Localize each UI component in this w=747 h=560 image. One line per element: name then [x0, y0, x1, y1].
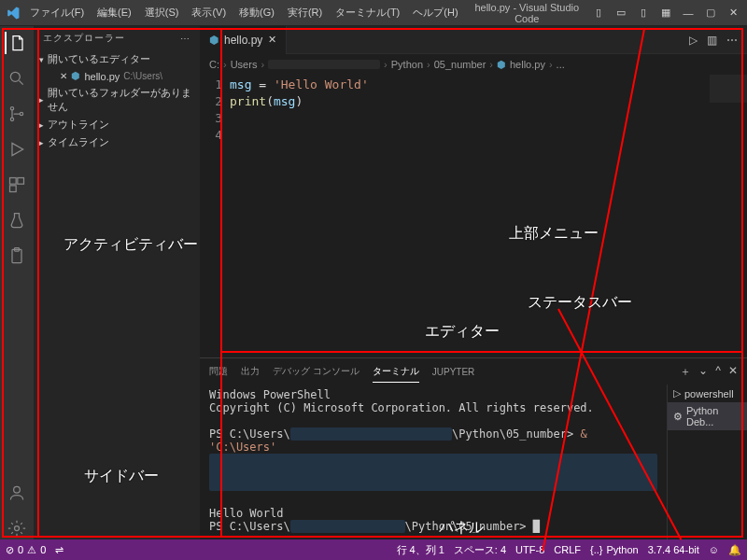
close-tab-icon[interactable]: ✕	[268, 34, 276, 46]
settings-gear-icon[interactable]	[6, 517, 28, 539]
gear-icon: ⚙	[673, 411, 683, 423]
python-file-icon: ⬢	[71, 70, 80, 82]
svg-rect-4	[10, 178, 17, 185]
code-editor[interactable]: 1234 msg = 'Hello World' print(msg)	[200, 75, 747, 357]
close-icon[interactable]: ✕	[60, 71, 67, 81]
status-eol[interactable]: CRLF	[554, 544, 581, 555]
close-panel-icon[interactable]: ✕	[728, 364, 738, 380]
bc-seg[interactable]: Python	[391, 59, 423, 70]
new-terminal-icon[interactable]: ＋	[680, 364, 691, 380]
menu-run[interactable]: 実行(R)	[282, 4, 328, 21]
terminal-item-label: Python Deb...	[686, 405, 741, 427]
maximize-icon[interactable]: ▢	[702, 7, 719, 19]
timeline-section[interactable]: ▸タイムライン	[34, 133, 200, 151]
annotation-divider	[37, 28, 39, 538]
menu-terminal[interactable]: ターミナル(T)	[330, 4, 405, 21]
python-file-icon: ⬢	[497, 59, 506, 71]
annotation-divider	[220, 351, 743, 353]
run-icon[interactable]: ▷	[689, 34, 698, 47]
terminal-item-label: powershell	[684, 388, 734, 399]
tab-hello-py[interactable]: ⬢ hello.py ✕	[200, 26, 287, 54]
menu-view[interactable]: 表示(V)	[186, 4, 232, 21]
panel-tab-debug[interactable]: デバッグ コンソール	[273, 361, 359, 382]
panel-tab-terminal[interactable]: ターミナル	[373, 361, 419, 383]
terminal-item-powershell[interactable]: ▷powershell	[668, 385, 747, 402]
file-path-hint: C:\Users\	[123, 71, 162, 81]
svg-point-0	[11, 72, 21, 81]
layout-panel-left-icon[interactable]: ▯	[590, 7, 607, 19]
status-errors[interactable]: ⊘0 ⚠0	[6, 544, 46, 556]
menu-help[interactable]: ヘルプ(H)	[407, 4, 463, 21]
status-bar: ⊘0 ⚠0 ⇌ 行 4、列 1 スペース: 4 UTF-8 CRLF {..} …	[0, 539, 747, 560]
layout-customize-icon[interactable]: ▦	[657, 7, 674, 19]
status-language[interactable]: {..} Python	[590, 544, 639, 555]
window-title: hello.py - Visual Studio Code	[468, 2, 586, 24]
code-lines[interactable]: msg = 'Hello World' print(msg)	[230, 75, 747, 357]
panel-tab-jupyter[interactable]: JUPYTER	[432, 363, 475, 381]
status-line-col[interactable]: 行 4、列 1	[397, 543, 444, 557]
svg-point-9	[14, 486, 21, 493]
open-editors-section[interactable]: ▾開いているエディター	[34, 50, 200, 68]
file-name: hello.py	[84, 71, 120, 82]
status-spaces[interactable]: スペース: 4	[454, 543, 506, 557]
title-bar: ファイル(F) 編集(E) 選択(S) 表示(V) 移動(G) 実行(R) ター…	[0, 0, 747, 26]
status-encoding[interactable]: UTF-8	[515, 544, 544, 555]
menu-edit[interactable]: 編集(E)	[92, 4, 137, 21]
svg-point-10	[15, 526, 20, 531]
clipboard-icon[interactable]	[6, 245, 28, 267]
chevron-down-icon[interactable]: ⌄	[698, 364, 708, 380]
terminal[interactable]: Windows PowerShell Copyright (C) Microso…	[200, 385, 667, 539]
terminal-item-python[interactable]: ⚙Python Deb...	[668, 402, 747, 430]
layout-panel-bottom-icon[interactable]: ▭	[613, 7, 629, 19]
python-file-icon: ⬢	[209, 34, 218, 47]
split-editor-icon[interactable]: ▥	[707, 34, 717, 47]
no-folder-section[interactable]: ▸開いているフォルダーがありません	[34, 84, 200, 116]
status-port-forward-icon[interactable]: ⇌	[55, 544, 63, 556]
more-icon[interactable]: ⋯	[180, 34, 190, 44]
status-bell-icon[interactable]: 🔔	[728, 544, 741, 556]
panel-tab-output[interactable]: 出力	[241, 361, 260, 382]
breadcrumb[interactable]: C:› Users› › Python› 05_number› ⬢ hello.…	[200, 54, 747, 75]
outline-label: アウトライン	[48, 118, 109, 132]
bc-seg[interactable]: C:	[209, 59, 219, 70]
svg-point-2	[11, 118, 14, 120]
open-editor-item[interactable]: ✕ ⬢ hello.py C:\Users\	[34, 68, 200, 84]
menu-go[interactable]: 移動(G)	[233, 4, 280, 21]
layout-panel-right-icon[interactable]: ▯	[635, 7, 652, 19]
maximize-panel-icon[interactable]: ^	[715, 364, 721, 380]
status-python-env[interactable]: 3.7.4 64-bit	[648, 544, 699, 555]
menu-select[interactable]: 選択(S)	[139, 4, 185, 21]
no-folder-label: 開いているフォルダーがありません	[48, 86, 194, 114]
editor-area: ⬢ hello.py ✕ ▷ ▥ ⋯ C:› Users› › Python› …	[200, 26, 747, 539]
more-icon[interactable]: ⋯	[726, 34, 738, 47]
minimap[interactable]	[710, 75, 747, 103]
minimize-icon[interactable]: —	[680, 7, 697, 19]
chevron-right-icon: ▸	[39, 138, 44, 147]
bc-seg[interactable]: hello.py	[510, 59, 545, 70]
testing-icon[interactable]	[6, 209, 28, 231]
vscode-logo-icon	[6, 6, 21, 21]
bc-seg[interactable]: ...	[557, 59, 565, 70]
svg-point-1	[11, 107, 14, 110]
source-control-icon[interactable]	[6, 103, 28, 125]
bc-seg[interactable]: 05_number	[434, 59, 486, 70]
line-gutter: 1234	[200, 75, 230, 357]
svg-point-3	[21, 112, 23, 115]
explorer-icon[interactable]	[5, 32, 27, 54]
timeline-label: タイムライン	[48, 135, 109, 149]
chevron-right-icon: ▸	[39, 120, 44, 130]
close-window-icon[interactable]: ✕	[725, 7, 741, 19]
outline-section[interactable]: ▸アウトライン	[34, 116, 200, 133]
sidebar: エクスプローラー ⋯ ▾開いているエディター ✕ ⬢ hello.py C:\U…	[34, 26, 200, 539]
bc-seg-redacted	[268, 60, 380, 69]
search-icon[interactable]	[6, 67, 28, 90]
extensions-icon[interactable]	[6, 174, 28, 196]
menu-file[interactable]: ファイル(F)	[24, 4, 90, 21]
run-debug-icon[interactable]	[6, 138, 28, 161]
panel-tabs: 問題 出力 デバッグ コンソール ターミナル JUPYTER ＋ ⌄ ^ ✕	[200, 358, 747, 385]
panel-tab-problems[interactable]: 問題	[209, 361, 228, 382]
accounts-icon[interactable]	[6, 482, 28, 504]
bc-seg[interactable]: Users	[231, 59, 258, 70]
status-feedback-icon[interactable]: ☺	[709, 544, 719, 555]
svg-rect-6	[10, 186, 17, 192]
